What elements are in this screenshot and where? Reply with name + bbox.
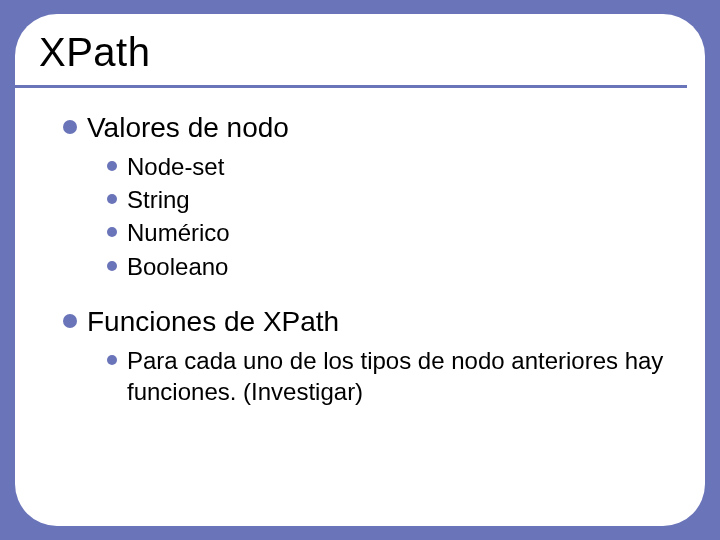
list-item-text: Node-set (127, 151, 224, 182)
bullet-icon (107, 161, 117, 171)
list-item-text: String (127, 184, 190, 215)
bullet-icon (107, 261, 117, 271)
list-item: Node-set (107, 151, 671, 182)
slide-card: XPath Valores de nodo Node-set String Nu… (15, 14, 705, 526)
section-heading-text: Funciones de XPath (87, 304, 339, 339)
title-area: XPath (15, 14, 687, 88)
bullet-icon (107, 194, 117, 204)
list-item-text: Booleano (127, 251, 228, 282)
list-item: Para cada uno de los tipos de nodo anter… (107, 345, 671, 407)
section-items: Node-set String Numérico Booleano (63, 151, 671, 282)
bullet-icon (63, 314, 77, 328)
section-heading: Valores de nodo (63, 110, 671, 145)
bullet-icon (107, 227, 117, 237)
section-items: Para cada uno de los tipos de nodo anter… (63, 345, 671, 407)
list-item: String (107, 184, 671, 215)
list-item: Numérico (107, 217, 671, 248)
section-heading: Funciones de XPath (63, 304, 671, 339)
bullet-icon (107, 355, 117, 365)
slide-content: Valores de nodo Node-set String Numérico (15, 88, 705, 407)
list-item: Booleano (107, 251, 671, 282)
slide-background: XPath Valores de nodo Node-set String Nu… (0, 0, 720, 540)
section-heading-text: Valores de nodo (87, 110, 289, 145)
bullet-icon (63, 120, 77, 134)
list-item-text: Para cada uno de los tipos de nodo anter… (127, 345, 671, 407)
slide-title: XPath (39, 30, 687, 75)
list-item-text: Numérico (127, 217, 230, 248)
